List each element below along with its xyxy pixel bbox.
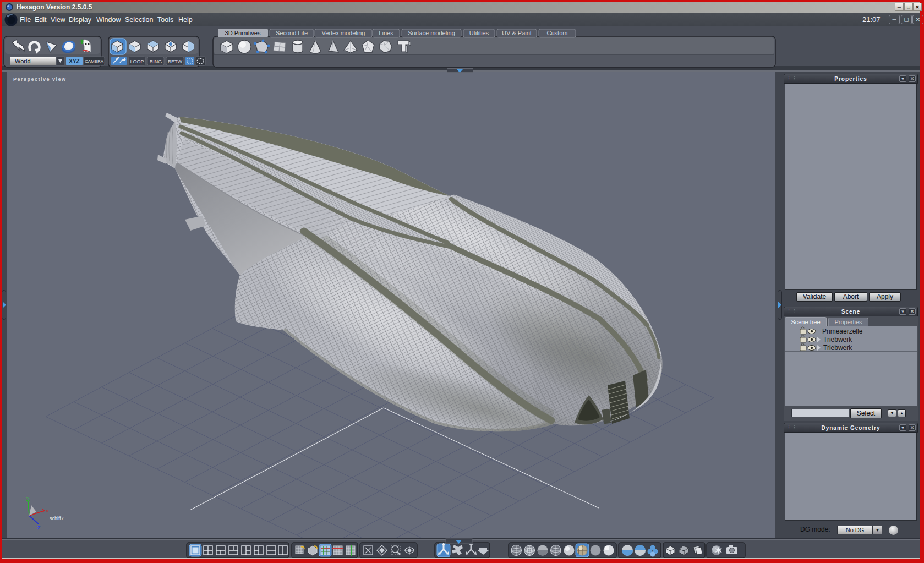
- svg-text:XYZ: XYZ: [69, 58, 79, 64]
- svg-text:3D Primitives: 3D Primitives: [225, 30, 261, 36]
- svg-text:Triebwerk: Triebwerk: [823, 344, 852, 352]
- svg-text:RING: RING: [150, 59, 162, 64]
- svg-text:LOOP: LOOP: [130, 59, 144, 64]
- svg-text:Z: Z: [37, 525, 41, 531]
- svg-text:X: X: [46, 509, 49, 513]
- svg-text:CAMERA: CAMERA: [85, 59, 104, 64]
- svg-text:World: World: [15, 58, 31, 64]
- svg-text:Second Life: Second Life: [276, 30, 308, 36]
- svg-text:Primeaerzelle: Primeaerzelle: [822, 327, 863, 335]
- svg-text:UV & Paint: UV & Paint: [502, 30, 532, 36]
- svg-text:Perspective view: Perspective view: [13, 76, 67, 82]
- svg-text:Vertex modeling: Vertex modeling: [322, 30, 365, 36]
- svg-text:Surface modeling: Surface modeling: [408, 30, 455, 36]
- svg-text:Triebwerk: Triebwerk: [823, 336, 852, 343]
- svg-text:Y: Y: [26, 496, 30, 501]
- svg-text:Utilities: Utilities: [469, 30, 489, 36]
- svg-text:Custom: Custom: [547, 30, 568, 36]
- svg-text:schiff7: schiff7: [50, 516, 64, 521]
- svg-text:Lines: Lines: [379, 30, 393, 36]
- svg-text:BETW: BETW: [168, 59, 183, 64]
